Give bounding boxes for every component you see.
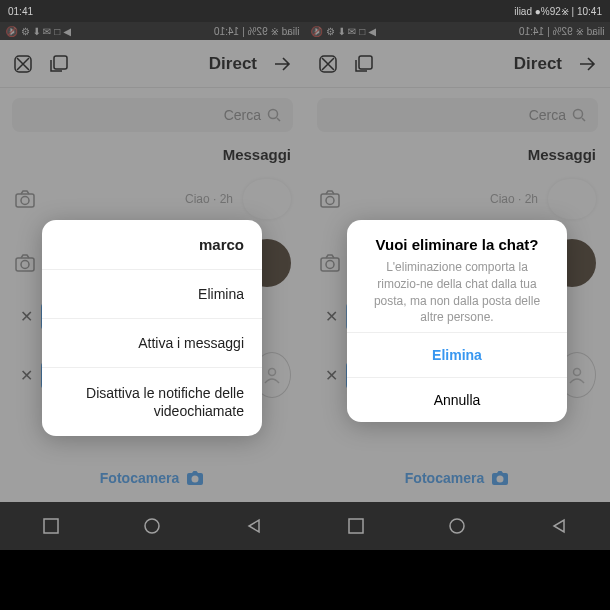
confirm-desc: L'eliminazione comporta la rimozio-ne de… [365, 259, 549, 326]
menu-header-name: marco [42, 220, 262, 269]
outer-frame-top: 01:41 iliad ●%92※ | 10:41 [0, 0, 610, 22]
context-menu: marco Elimina Attiva i messaggi Disattiv… [42, 220, 262, 436]
frame-top-right: iliad ●%92※ | 10:41 [514, 6, 602, 17]
phone-left: ▶ □ ✉ ⬇ ⚙ 🔇 iliad ※92% | 14:10 Direct Ce… [0, 22, 305, 550]
menu-enable-msgs[interactable]: Attiva i messaggi [42, 318, 262, 367]
confirm-dialog: Vuoi eliminare la chat? L'eliminazione c… [347, 220, 567, 422]
outer-frame-bottom [0, 550, 610, 610]
menu-disable-videocall-notif[interactable]: Disattiva le notifiche delle videochiama… [42, 367, 262, 436]
confirm-delete-button[interactable]: Elimina [347, 332, 567, 377]
confirm-title: Vuoi eliminare la chat? [365, 236, 549, 253]
confirm-cancel-button[interactable]: Annulla [347, 377, 567, 422]
phone-right: ▶ □ ✉ ⬇ ⚙ 🔇 iliad ※92% | 14:10 Direct Ce… [305, 22, 610, 550]
menu-delete[interactable]: Elimina [42, 269, 262, 318]
frame-top-left: 01:41 [8, 6, 33, 17]
